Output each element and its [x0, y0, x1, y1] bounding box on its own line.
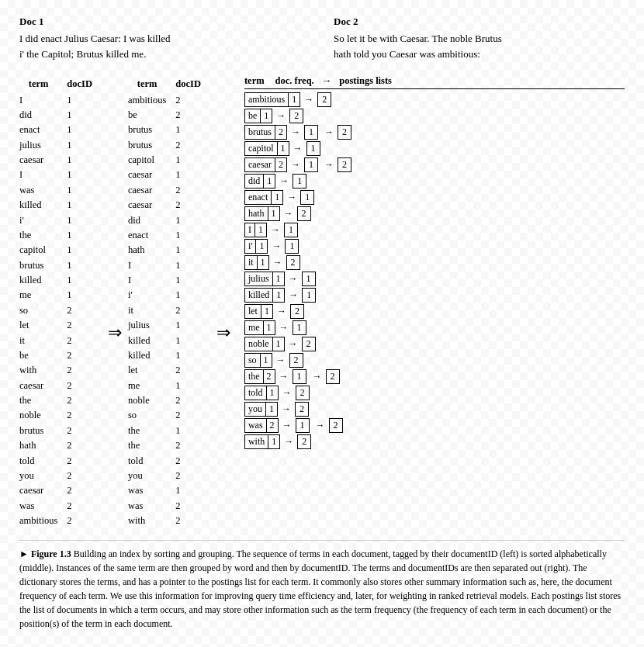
- table-row: enact1: [19, 123, 102, 137]
- table1-header-term: term: [19, 75, 62, 93]
- sort-arrow: ⇒: [102, 75, 128, 528]
- table-row: I1: [19, 168, 102, 182]
- table2-header-term: term: [128, 75, 171, 93]
- posting-row-it: it1 → 2: [244, 255, 625, 270]
- postings-col-term: term: [244, 75, 265, 87]
- table-row: killed1: [19, 273, 102, 288]
- posting-row-killed: killed1 → 1: [244, 288, 625, 303]
- table-row: hath2: [19, 438, 102, 453]
- table-row: killed1: [19, 198, 102, 213]
- table1-header-docid: docID: [62, 75, 102, 93]
- table-row: you2: [19, 469, 102, 483]
- posting-row-capitol: capitol1 → 1: [244, 141, 625, 156]
- table-row: it2: [128, 303, 210, 318]
- postings-area: term doc. freq. → postings lists ambitio…: [244, 75, 625, 528]
- table2-header-docid: docID: [171, 75, 210, 93]
- table-row: killed1: [128, 334, 210, 348]
- group-arrow: ⇒: [210, 75, 237, 528]
- table-row: was1: [19, 183, 102, 198]
- table-row: capitol1: [128, 153, 210, 168]
- posting-row-I: I1 → 1: [244, 223, 625, 237]
- table-row: you2: [128, 469, 210, 483]
- doc2-title: Doc 2: [334, 16, 625, 28]
- doc1-section: Doc 1 I did enact Julius Caesar: I was k…: [19, 16, 310, 61]
- table-row: ambitious2: [19, 514, 102, 528]
- table-row: the2: [128, 438, 210, 453]
- postings-col-list: postings lists: [339, 75, 392, 87]
- table-row: me1: [128, 379, 210, 393]
- table-row: so2: [19, 303, 102, 318]
- table-row: killed1: [128, 348, 210, 363]
- table-row: me1: [19, 288, 102, 303]
- posting-row-let: let1 → 2: [244, 304, 625, 319]
- table-row: brutus1: [128, 123, 210, 137]
- posting-row-iprime: i'1 → 1: [244, 239, 625, 254]
- posting-row-noble: noble1 → 2: [244, 337, 625, 351]
- table-row: caesar1: [128, 168, 210, 182]
- posting-row-you: you1 → 2: [244, 402, 625, 417]
- postings-col-freq: doc. freq.: [275, 75, 314, 87]
- posting-row-be: be1 → 2: [244, 109, 625, 123]
- table-row: the2: [19, 393, 102, 408]
- table-row: caesar2: [128, 183, 210, 198]
- table-row: I1: [128, 273, 210, 288]
- table-row: ambitious2: [128, 93, 210, 108]
- table-row: told2: [128, 454, 210, 469]
- postings-header: term doc. freq. → postings lists: [244, 75, 625, 89]
- table-row: i'1: [128, 288, 210, 303]
- table-row: brutus2: [19, 424, 102, 438]
- table-row: told2: [19, 454, 102, 469]
- table-row: brutus2: [128, 138, 210, 153]
- table-row: so2: [128, 408, 210, 423]
- table-row: I1: [128, 258, 210, 273]
- posting-row-did: did1 → 1: [244, 174, 625, 189]
- term-table-2: term docID ambitious2 be2 brutus1 brutus…: [128, 75, 210, 528]
- table-row: capitol1: [19, 243, 102, 258]
- table-row: julius1: [128, 318, 210, 333]
- figure-caption-text: Building an index by sorting and groupin…: [19, 548, 621, 629]
- posting-row-so: so1 → 2: [244, 353, 625, 368]
- postings-col-arrow: →: [322, 75, 332, 87]
- table-row: was2: [128, 499, 210, 514]
- table-row: caesar2: [19, 379, 102, 393]
- table-row: did1: [19, 108, 102, 123]
- posting-row-told: told1 → 2: [244, 386, 625, 400]
- table-row: noble2: [19, 408, 102, 423]
- figure-caption: ► Figure 1.3 Building an index by sortin…: [19, 540, 625, 631]
- posting-row-me: me1 → 1: [244, 320, 625, 335]
- table-row: julius1: [19, 138, 102, 153]
- table-row: caesar2: [19, 483, 102, 498]
- doc2-section: Doc 2 So let it be with Caesar. The nobl…: [334, 16, 625, 61]
- table-row: let2: [128, 363, 210, 378]
- table-row: caesar1: [19, 153, 102, 168]
- posting-row-caesar: caesar2 → 1→2: [244, 157, 625, 172]
- posting-row-hath: hath1 → 2: [244, 206, 625, 221]
- table-row: let2: [19, 318, 102, 333]
- posting-row-ambitious: ambitious1 → 2: [244, 92, 625, 107]
- doc1-title: Doc 1: [19, 16, 310, 28]
- table-row: with2: [19, 363, 102, 378]
- table-row: did1: [128, 213, 210, 228]
- posting-row-the: the2 → 1→2: [244, 369, 625, 384]
- posting-row-was: was2 → 1→2: [244, 418, 625, 433]
- posting-row-julius: julius1 → 1: [244, 272, 625, 286]
- table-row: be2: [19, 348, 102, 363]
- table-row: be2: [128, 108, 210, 123]
- table-row: noble2: [128, 393, 210, 408]
- table-row: it2: [19, 334, 102, 348]
- table-row: the1: [128, 424, 210, 438]
- term-table-1: term docID I1 did1 enact1 julius1 caesar…: [19, 75, 102, 528]
- table-row: I1: [19, 93, 102, 108]
- posting-row-with: with1 → 2: [244, 434, 625, 449]
- table-row: caesar2: [128, 198, 210, 213]
- table-row: i'1: [19, 213, 102, 228]
- doc2-text: So let it be with Caesar. The noble Brut…: [334, 31, 625, 61]
- table-row: the1: [19, 228, 102, 243]
- figure-label: ► Figure 1.3: [19, 548, 71, 559]
- table-row: hath1: [128, 243, 210, 258]
- table-row: brutus1: [19, 258, 102, 273]
- table-row: was1: [128, 483, 210, 498]
- table-row: with2: [128, 514, 210, 528]
- posting-row-brutus: brutus2 → 1→2: [244, 125, 625, 140]
- doc1-text: I did enact Julius Caesar: I was killedi…: [19, 31, 310, 61]
